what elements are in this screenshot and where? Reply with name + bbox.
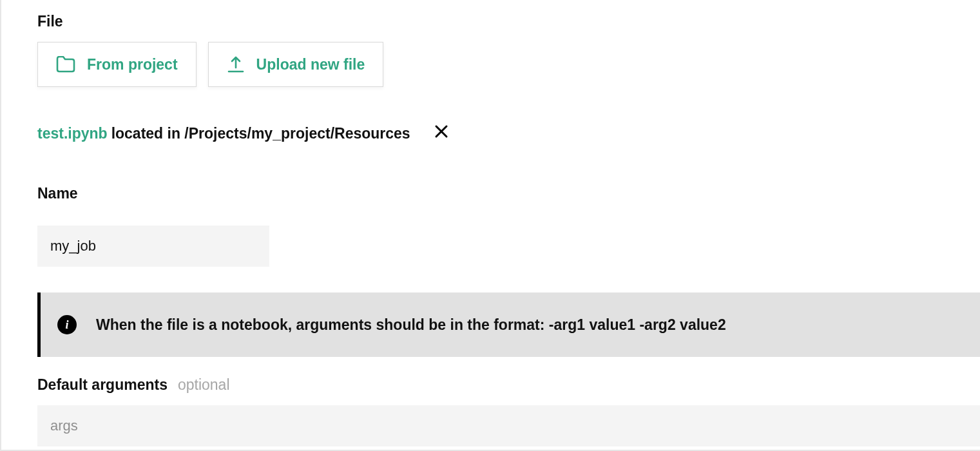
selected-file-link[interactable]: test.ipynb [37,125,108,142]
selected-file-location: located in /Projects/my_project/Resource… [111,125,410,142]
optional-tag: optional [178,376,230,394]
name-section-label: Name [37,185,980,202]
close-icon [434,124,448,142]
upload-file-button[interactable]: Upload new file [208,42,384,87]
form-panel: File From project Upload new file test.i… [0,0,980,451]
from-project-button[interactable]: From project [37,42,197,87]
upload-file-label: Upload new file [256,56,365,73]
upload-icon [227,56,245,73]
name-input[interactable] [37,225,269,267]
default-args-input[interactable] [37,405,980,446]
from-project-label: From project [87,56,178,73]
notebook-args-info-banner: i When the file is a notebook, arguments… [37,293,980,357]
default-args-label: Default arguments [37,376,168,394]
info-banner-text: When the file is a notebook, arguments s… [96,316,726,334]
default-args-label-row: Default arguments optional [37,376,980,394]
selected-file-line: test.ipynb located in /Projects/my_proje… [37,119,980,148]
clear-file-button[interactable] [427,119,456,148]
info-icon: i [57,315,77,334]
file-section-label: File [37,13,980,30]
folder-icon [56,56,75,73]
file-source-buttons: From project Upload new file [37,42,980,87]
